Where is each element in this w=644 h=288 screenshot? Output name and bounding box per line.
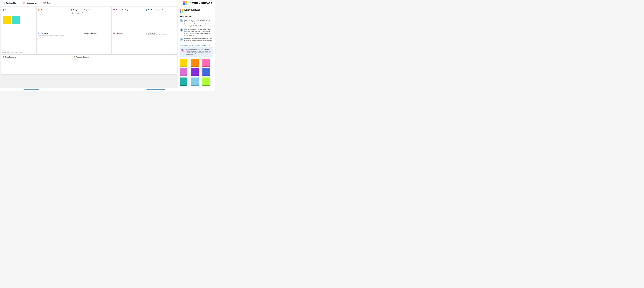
logo-area: Lean Canvas bbox=[183, 1, 212, 5]
step-1-text: Start by entering the information about … bbox=[184, 19, 213, 27]
canvas-area: 🟣 Problem List your top 1 - 3 problems. … bbox=[0, 7, 178, 88]
customer-segments-subtitle: List your target customer and users. bbox=[146, 11, 175, 13]
footer-left-line1: "Lean Canvas" is a derivative of "Lean C… bbox=[2, 89, 42, 90]
sticky-note-yellow bbox=[3, 16, 11, 24]
swatch-purple bbox=[191, 68, 199, 76]
top-bar: ❄️ Designed for: 🌸 Designed by: 📅 Date: … bbox=[0, 0, 215, 7]
panel-logo-icon bbox=[180, 9, 183, 13]
designed-by-section: 🌸 Designed by: bbox=[20, 2, 40, 5]
panel-logo-q2 bbox=[182, 9, 183, 11]
swatch-orange bbox=[191, 59, 199, 67]
learn-more: Learn more at https://conceptboard.com/b… bbox=[180, 43, 213, 46]
problem-icon: 🟣 bbox=[2, 9, 4, 11]
logo-icon bbox=[183, 1, 187, 5]
unfair-advantage-title: 💜 Unfair Advantage bbox=[113, 9, 142, 11]
solution-keymetrics-col: 🏆 Solution Outline a possible solution f… bbox=[36, 8, 69, 54]
flower-icon: 🌸 bbox=[23, 2, 26, 5]
problem-stickies bbox=[2, 16, 35, 25]
logo-q4 bbox=[185, 3, 187, 5]
collab-icon bbox=[181, 48, 185, 53]
early-adopters-cell: Early Adopters List the characteristics … bbox=[144, 31, 177, 54]
designed-for-section: ❄️ Designed for: bbox=[2, 2, 20, 5]
panel-logo-q1 bbox=[180, 9, 181, 11]
cost-structure-title: 🥇 Cost Structure bbox=[2, 56, 70, 58]
collab-box: Get the full Conceptboard experience by … bbox=[180, 47, 213, 57]
early-adopters-title: Early Adopters bbox=[146, 32, 175, 34]
logo-q2 bbox=[185, 1, 187, 3]
date-label: Date: bbox=[47, 2, 51, 4]
sticky-note-teal bbox=[12, 16, 20, 24]
step-3-text: Come back to the canvas everytime you ne… bbox=[184, 38, 213, 42]
calendar-icon: 📅 bbox=[43, 2, 46, 5]
footer-left-line2: "Lean Canvas" is adapted from "The Busin… bbox=[2, 90, 42, 91]
cost-structure-subtitle: List your fixed and variable costs. bbox=[2, 58, 70, 60]
swatch-green bbox=[202, 78, 210, 86]
swatch-yellow bbox=[180, 59, 188, 67]
customer-segments-icon: 👥 bbox=[146, 9, 148, 11]
uvp-icon: 💙 bbox=[70, 9, 72, 11]
main-layout: 🟣 Problem List your top 1 - 3 problems. … bbox=[0, 7, 215, 88]
channels-icon: 🎯 bbox=[113, 32, 115, 34]
unfair-advantage-cell: 💜 Unfair Advantage bbox=[112, 8, 144, 31]
main-rows: 🟣 Problem List your top 1 - 3 problems. … bbox=[1, 8, 177, 55]
collab-text: Get the full Conceptboard experience by … bbox=[186, 48, 211, 56]
uvp-subtitle: Single, clear, compelling message that s… bbox=[70, 11, 110, 14]
footer-cc-link[interactable]: http://creativecommons.org/licenses/by-.… bbox=[146, 89, 165, 90]
panel-logo-q3 bbox=[180, 11, 181, 13]
cost-structure-cell: 🥇 Cost Structure List your fixed and var… bbox=[1, 55, 72, 75]
hlc-subtitle: List your X for Y analogy e.g. YouTube =… bbox=[76, 34, 104, 36]
footer-left: "Lean Canvas" is a derivative of "Lean C… bbox=[2, 89, 42, 91]
step-1-number: 1 bbox=[180, 19, 183, 22]
existing-alt-title: Existing Alternatives bbox=[2, 50, 35, 52]
key-metrics-subtitle: List the key numbers that tell you how y… bbox=[38, 35, 68, 38]
learn-more-link[interactable]: https://conceptboard.com/blog/lean-canva… bbox=[180, 45, 210, 46]
snowflake-icon: ❄️ bbox=[2, 2, 5, 5]
problem-cell: 🟣 Problem List your top 1 - 3 problems. … bbox=[1, 8, 36, 54]
unfair-channels-col: 💜 Unfair Advantage 🎯 Channels bbox=[112, 8, 144, 54]
channels-title: 🎯 Channels bbox=[113, 32, 142, 34]
footer-leanstack-link[interactable]: https://leanstack.com/leancanvas bbox=[24, 89, 39, 90]
solution-subtitle: Outline a possible solution for each pro… bbox=[38, 11, 68, 13]
step-1: 1 Start by entering the information abou… bbox=[180, 19, 213, 27]
panel-header: Lean Canvas bbox=[180, 9, 213, 14]
svg-rect-0 bbox=[182, 49, 183, 50]
date-section: 📅 Date: bbox=[40, 2, 54, 5]
panel-title: Lean Canvas bbox=[184, 9, 200, 12]
how-it-works-title: How it works bbox=[180, 16, 213, 18]
early-adopters-sub: List the characteristics of your ideal c… bbox=[146, 34, 175, 35]
customer-segments-col: 👥 Customer Segments List your target cus… bbox=[144, 8, 177, 54]
problem-subtitle: List your top 1 - 3 problems. bbox=[2, 11, 35, 13]
canvas-grid: 🟣 Problem List your top 1 - 3 problems. … bbox=[1, 7, 177, 75]
logo-q3 bbox=[183, 3, 185, 5]
swatch-pink bbox=[202, 59, 210, 67]
existing-alt-sub: List how these problems are solved today… bbox=[2, 52, 35, 53]
unfair-advantage-icon: 💜 bbox=[113, 9, 115, 11]
svg-rect-2 bbox=[183, 50, 184, 52]
revenue-streams-subtitle: List your sources of revenue. bbox=[73, 58, 175, 60]
step-2-number: 2 bbox=[180, 29, 183, 32]
step-3-number: 3 bbox=[180, 38, 183, 41]
swatch-lightblue bbox=[191, 78, 199, 86]
header-sections: ❄️ Designed for: 🌸 Designed by: 📅 Date: bbox=[2, 2, 183, 5]
app-title: Lean Canvas bbox=[190, 1, 212, 5]
uvp-col: 💙 Unique Value Proposition Single, clear… bbox=[69, 8, 112, 54]
revenue-streams-title: 🥇 Revenue Streams bbox=[73, 56, 175, 58]
footer-right: This work is licensed under the Creative… bbox=[88, 89, 213, 91]
customer-segments-cell: 👥 Customer Segments List your target cus… bbox=[144, 8, 177, 31]
key-metrics-cell: 👤 Key Metrics List the key numbers that … bbox=[36, 31, 69, 54]
key-metrics-icon: 👤 bbox=[38, 32, 40, 34]
uvp-cell: 💙 Unique Value Proposition Single, clear… bbox=[69, 8, 111, 31]
designed-by-label: Designed by: bbox=[26, 2, 37, 4]
solution-cell: 🏆 Solution Outline a possible solution f… bbox=[36, 8, 69, 31]
uvp-title: 💙 Unique Value Proposition bbox=[70, 9, 110, 11]
cost-structure-icon: 🥇 bbox=[2, 56, 4, 58]
solution-icon: 🏆 bbox=[38, 9, 40, 11]
swatch-blue bbox=[202, 68, 210, 76]
footer: "Lean Canvas" is a derivative of "Lean C… bbox=[0, 88, 215, 91]
existing-alternatives: Existing Alternatives List how these pro… bbox=[2, 49, 35, 53]
panel-logo-q4 bbox=[182, 11, 183, 13]
problem-title: 🟣 Problem bbox=[2, 9, 35, 11]
hlc-cell: High-Level Concept List your X for Y ana… bbox=[69, 31, 111, 54]
bottom-row: 🥇 Cost Structure List your fixed and var… bbox=[1, 55, 177, 75]
revenue-streams-cell: 🥇 Revenue Streams List your sources of r… bbox=[72, 55, 177, 75]
